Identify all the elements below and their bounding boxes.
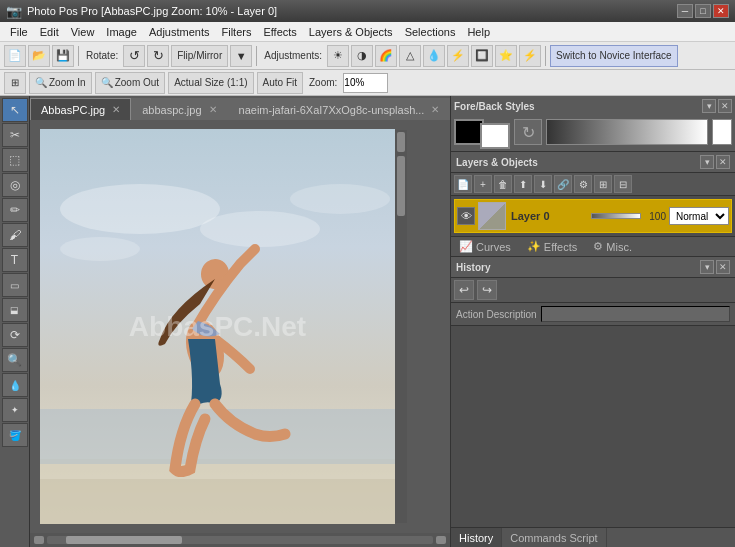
tab-abbaspc-jpg-2[interactable]: abbaspc.jpg ✕ (131, 98, 227, 120)
tab-misc[interactable]: ⚙ Misc. (585, 237, 640, 256)
tool-shape[interactable]: ▭ (2, 273, 28, 297)
adj-btn7[interactable]: 🔲 (471, 45, 493, 67)
history-pin[interactable]: ▾ (700, 260, 714, 274)
grid-button[interactable]: ⊞ (4, 72, 26, 94)
tool-zoom[interactable]: 🔍 (2, 348, 28, 372)
misc-icon: ⚙ (593, 240, 603, 253)
adj-btn4[interactable]: △ (399, 45, 421, 67)
action-desc-input[interactable] (541, 306, 730, 322)
layers-tool-4[interactable]: ⬆ (514, 175, 532, 193)
layer-row[interactable]: 👁 Layer 0 100 Normal Multiply Screen (454, 199, 732, 233)
tab-effects[interactable]: ✨ Effects (519, 237, 585, 256)
zoom-out-button[interactable]: 🔍 Zoom Out (95, 72, 165, 94)
tool-rect-select[interactable]: ⬚ (2, 148, 28, 172)
tool-brush[interactable]: 🖌 (2, 223, 28, 247)
layers-tool-9[interactable]: ⊟ (614, 175, 632, 193)
open-button[interactable]: 📂 (28, 45, 50, 67)
tool-crop[interactable]: ✂ (2, 123, 28, 147)
layers-tool-1[interactable]: 📄 (454, 175, 472, 193)
menu-effects[interactable]: Effects (257, 24, 302, 40)
layer-thumbnail (478, 202, 506, 230)
history-panel: History ▾ ✕ ↩ ↪ Action Description Histo… (451, 257, 735, 547)
tool-pencil[interactable]: ✏ (2, 198, 28, 222)
tool-text[interactable]: T (2, 248, 28, 272)
tool-rotate[interactable]: ⟳ (2, 323, 28, 347)
tool-lasso[interactable]: ◎ (2, 173, 28, 197)
tool-stamp[interactable]: ✦ (2, 398, 28, 422)
menu-selections[interactable]: Selections (399, 24, 462, 40)
rotate-cw-button[interactable]: ↻ (147, 45, 169, 67)
main-area: ↖ ✂ ⬚ ◎ ✏ 🖌 T ▭ ⬓ ⟳ 🔍 💧 ✦ 🪣 AbbasPC.jpg … (0, 96, 735, 547)
layers-panel: Layers & Objects ▾ ✕ 📄 + 🗑 ⬆ ⬇ 🔗 ⚙ ⊞ ⊟ 👁 (451, 152, 735, 236)
adj-btn1[interactable]: ☀ (327, 45, 349, 67)
refresh-button[interactable]: ↻ (514, 119, 542, 145)
tool-fill[interactable]: 🪣 (2, 423, 28, 447)
new-button[interactable]: 📄 (4, 45, 26, 67)
menu-edit[interactable]: Edit (34, 24, 65, 40)
adj-btn8[interactable]: ⭐ (495, 45, 517, 67)
layer-visibility-eye[interactable]: 👁 (457, 207, 475, 225)
tab-history[interactable]: History (451, 528, 502, 547)
switch-interface-button[interactable]: Switch to Novice Interface (550, 45, 678, 67)
actual-size-button[interactable]: Actual Size (1:1) (168, 72, 253, 94)
layer-opacity-slider[interactable] (591, 213, 641, 219)
layers-tool-5[interactable]: ⬇ (534, 175, 552, 193)
history-title: History (456, 262, 490, 273)
tool-transform[interactable]: ⬓ (2, 298, 28, 322)
rotate-ccw-button[interactable]: ↺ (123, 45, 145, 67)
layers-tool-8[interactable]: ⊞ (594, 175, 612, 193)
adj-btn9[interactable]: ⚡ (519, 45, 541, 67)
vertical-scrollbar[interactable] (395, 130, 407, 523)
adj-btn2[interactable]: ◑ (351, 45, 373, 67)
flip-mirror-button[interactable]: Flip/Mirror (171, 45, 228, 67)
menu-help[interactable]: Help (461, 24, 496, 40)
layers-pin[interactable]: ▾ (700, 155, 714, 169)
tool-eyedropper[interactable]: 💧 (2, 373, 28, 397)
zoom-in-icon: 🔍 (35, 77, 47, 88)
tab-close-icon[interactable]: ✕ (112, 104, 120, 115)
close-button[interactable]: ✕ (713, 4, 729, 18)
tabs-bar: AbbasPC.jpg ✕ abbaspc.jpg ✕ naeim-jafari… (30, 96, 450, 120)
menu-filters[interactable]: Filters (215, 24, 257, 40)
horizontal-scrollbar[interactable] (30, 533, 450, 547)
adj-btn5[interactable]: 💧 (423, 45, 445, 67)
layers-tool-2[interactable]: + (474, 175, 492, 193)
tab-naeim[interactable]: naeim-jafari-6XaI7XxOg8c-unsplash... ✕ (228, 98, 450, 120)
styles-button[interactable] (712, 119, 732, 145)
fore-back-panel: Fore/Back Styles ▾ ✕ ↻ (451, 96, 735, 152)
canvas-viewport[interactable]: AbbasPC.Net (30, 120, 450, 533)
menu-layers-objects[interactable]: Layers & Objects (303, 24, 399, 40)
zoom-in-button[interactable]: 🔍 Zoom In (29, 72, 92, 94)
flip-arrow-button[interactable]: ▼ (230, 45, 252, 67)
tab-close-icon-2[interactable]: ✕ (209, 104, 217, 115)
adj-btn3[interactable]: 🌈 (375, 45, 397, 67)
fore-back-close[interactable]: ✕ (718, 99, 732, 113)
history-close[interactable]: ✕ (716, 260, 730, 274)
tab-abbaspc-jpg[interactable]: AbbasPC.jpg ✕ (30, 98, 131, 120)
history-header-controls: ▾ ✕ (700, 260, 730, 274)
menu-view[interactable]: View (65, 24, 101, 40)
auto-fit-button[interactable]: Auto Fit (257, 72, 303, 94)
tab-close-icon-3[interactable]: ✕ (431, 104, 439, 115)
layers-tool-6[interactable]: 🔗 (554, 175, 572, 193)
tab-curves[interactable]: 📈 Curves (451, 237, 519, 256)
maximize-button[interactable]: □ (695, 4, 711, 18)
undo-button[interactable]: ↩ (454, 280, 474, 300)
layers-tool-3[interactable]: 🗑 (494, 175, 512, 193)
menu-adjustments[interactable]: Adjustments (143, 24, 216, 40)
redo-button[interactable]: ↪ (477, 280, 497, 300)
tool-select[interactable]: ↖ (2, 98, 28, 122)
fore-back-pin[interactable]: ▾ (702, 99, 716, 113)
gradient-preview[interactable] (546, 119, 708, 145)
adj-btn6[interactable]: ⚡ (447, 45, 469, 67)
minimize-button[interactable]: ─ (677, 4, 693, 18)
tab-commands-script[interactable]: Commands Script (502, 528, 606, 547)
menu-image[interactable]: Image (100, 24, 143, 40)
menu-file[interactable]: File (4, 24, 34, 40)
zoom-input[interactable] (343, 73, 388, 93)
layers-tool-7[interactable]: ⚙ (574, 175, 592, 193)
layer-blend-mode[interactable]: Normal Multiply Screen (669, 207, 729, 225)
layers-close[interactable]: ✕ (716, 155, 730, 169)
save-button[interactable]: 💾 (52, 45, 74, 67)
background-swatch[interactable] (480, 123, 510, 149)
